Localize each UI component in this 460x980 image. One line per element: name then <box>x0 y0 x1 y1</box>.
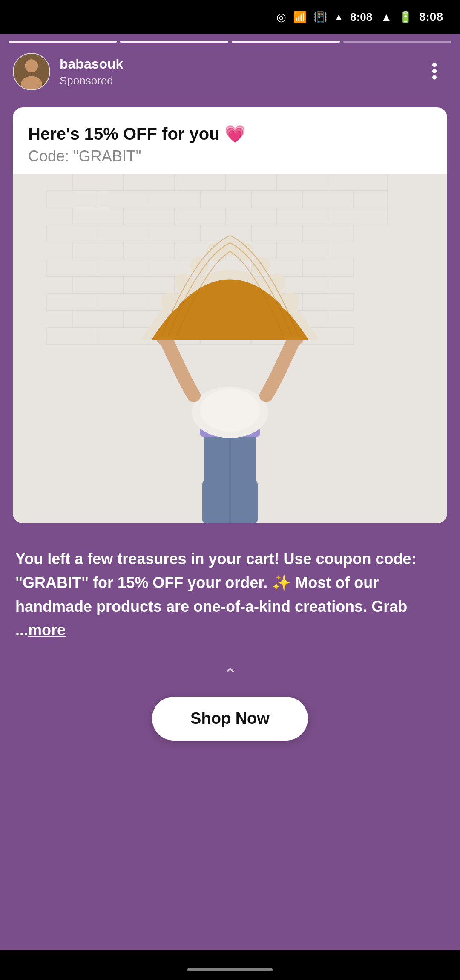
ad-header: babasouk Sponsored ••• <box>0 43 460 99</box>
focus-icon: ◎ <box>276 11 286 24</box>
lte-label: 8:08 <box>350 11 372 24</box>
offer-code: Code: "GRABIT" <box>28 147 432 165</box>
avatar <box>13 53 50 90</box>
main-content: babasouk Sponsored ••• Here's 15% OFF fo… <box>0 34 460 950</box>
bluetooth-icon: 📶 <box>293 11 307 24</box>
story-bar-2 <box>120 41 228 43</box>
svg-rect-64 <box>202 481 228 523</box>
signal-icon: ▲ <box>381 11 392 24</box>
ad-card: Here's 15% OFF for you 💗 Code: "GRABIT" <box>13 107 447 523</box>
story-bar-4 <box>343 41 451 43</box>
avatar-svg <box>14 53 49 90</box>
battery-icon: 🔋 <box>399 11 412 24</box>
status-icons: ◎ 📶 📳 ▲ 8:08 ▲ 🔋 8:08 <box>276 10 443 24</box>
description-main-text: You left a few treasures in your cart! U… <box>15 550 417 639</box>
sponsored-label: Sponsored <box>60 74 422 87</box>
offer-title: Here's 15% OFF for you 💗 <box>28 123 432 145</box>
account-name: babasouk <box>60 56 422 72</box>
home-indicator <box>187 968 273 971</box>
time-display: 8:08 <box>419 10 443 24</box>
story-progress-bars <box>0 34 460 43</box>
shop-now-container: Shop Now <box>0 688 460 758</box>
more-link[interactable]: more <box>28 621 66 639</box>
more-dots-icon: ••• <box>426 62 443 81</box>
account-info: babasouk Sponsored <box>60 56 422 87</box>
more-options-button[interactable]: ••• <box>422 59 447 84</box>
chevron-up-icon: ⌃ <box>223 666 238 684</box>
status-bar: ◎ 📶 📳 ▲ 8:08 ▲ 🔋 8:08 <box>0 0 460 34</box>
story-bar-3 <box>232 41 340 43</box>
no-signal-icon: ▲ <box>334 12 343 23</box>
svg-rect-65 <box>232 481 258 523</box>
svg-point-1 <box>25 59 38 72</box>
svg-point-69 <box>200 389 260 432</box>
product-image <box>13 174 447 523</box>
product-svg <box>13 174 447 523</box>
bottom-chevron: ⌃ <box>0 657 460 688</box>
shop-now-button[interactable]: Shop Now <box>152 697 308 741</box>
story-bar-1 <box>9 41 117 43</box>
description-text: You left a few treasures in your cart! U… <box>15 547 445 642</box>
avatar-image <box>14 54 49 89</box>
card-text-header: Here's 15% OFF for you 💗 Code: "GRABIT" <box>13 107 447 174</box>
description-area: You left a few treasures in your cart! U… <box>0 532 460 657</box>
svg-point-81 <box>207 287 253 325</box>
vibrate-icon: 📳 <box>313 11 327 24</box>
